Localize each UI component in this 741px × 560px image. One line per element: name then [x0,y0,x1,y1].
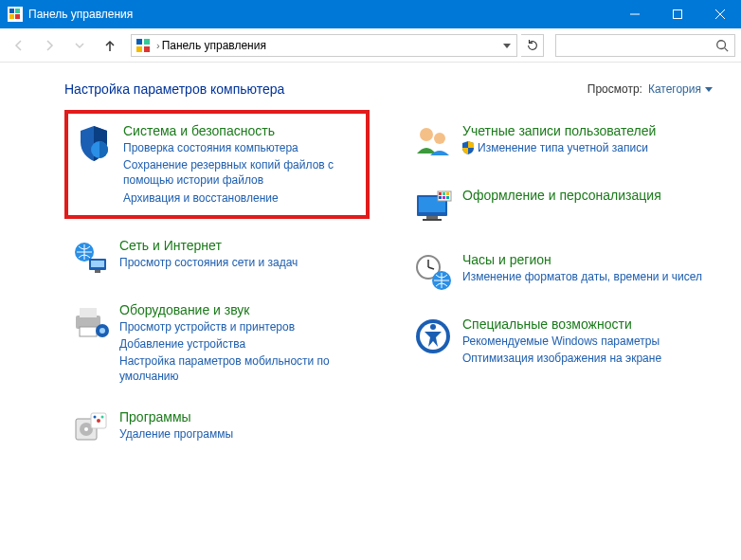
category-link[interactable]: Изменение форматов даты, времени и чисел [462,269,702,284]
svg-rect-21 [95,270,100,273]
window-title: Панель управления [28,8,613,21]
category-title[interactable]: Оформление и персонализация [462,188,661,203]
svg-rect-1 [15,9,20,13]
uac-shield-icon [462,141,474,154]
category-link[interactable]: Оптимизация изображения на экране [462,351,661,366]
up-button[interactable] [97,32,123,59]
svg-point-31 [97,419,100,423]
globe-network-icon [70,238,110,278]
app-icon [8,7,23,22]
shield-icon [74,123,114,163]
svg-line-15 [725,47,729,51]
category-link[interactable]: Изменение типа учетной записи [462,140,656,155]
programs-icon [70,409,110,449]
addressbar-icon [132,38,154,53]
svg-point-14 [717,40,726,48]
close-button[interactable] [698,0,741,28]
category-system-security: Система и безопасность Проверка состояни… [64,110,370,219]
svg-rect-12 [144,46,150,52]
svg-rect-5 [673,10,681,19]
view-dropdown[interactable]: Категория [648,82,713,96]
category-title[interactable]: Учетные записи пользователей [462,123,656,138]
recent-dropdown[interactable] [66,32,93,59]
view-by: Просмотр: Категория [587,82,713,96]
svg-point-26 [99,328,105,334]
category-hardware-sound: Оборудование и звук Просмотр устройств и… [64,297,370,390]
category-link[interactable]: Просмотр состояния сети и задач [119,255,298,270]
category-appearance-personalization: Оформление и персонализация [407,182,713,233]
svg-rect-42 [443,192,445,195]
category-title[interactable]: Специальные возможности [462,316,661,332]
navbar: › Панель управления [0,28,741,63]
svg-rect-24 [80,327,97,336]
category-link[interactable]: Настройка параметров мобильности по умол… [119,353,364,384]
svg-rect-10 [144,39,150,45]
addressbar[interactable]: › Панель управления [131,34,517,57]
clock-globe-icon [413,252,453,292]
addressbar-text: Панель управления [162,39,497,52]
svg-point-33 [94,415,97,418]
search-icon [715,39,729,52]
search-input[interactable] [555,34,735,57]
category-clock-region: Часы и регион Изменение форматов даты, в… [407,246,713,298]
svg-rect-2 [9,14,14,19]
chevron-right-icon: › [154,40,162,51]
category-link[interactable]: Рекомендуемые Windows параметры [462,334,661,349]
svg-marker-13 [503,44,511,48]
category-ease-of-access: Специальные возможности Рекомендуемые Wi… [407,311,713,371]
users-icon [413,123,453,163]
svg-rect-45 [443,196,445,199]
svg-rect-20 [91,261,104,267]
svg-point-32 [101,415,104,418]
addressbar-dropdown[interactable] [497,42,516,49]
category-column-right: Учетные записи пользователей Изменение т… [407,117,713,455]
svg-rect-44 [439,196,442,199]
svg-rect-3 [15,14,20,19]
category-network-internet: Сеть и Интернет Просмотр состояния сети … [64,232,370,283]
category-link-text: Изменение типа учетной записи [478,140,648,155]
accessibility-icon [413,316,453,356]
category-user-accounts: Учетные записи пользователей Изменение т… [407,117,713,169]
category-title[interactable]: Сеть и Интернет [119,238,298,253]
chevron-down-icon [705,85,713,93]
view-value: Категория [648,82,701,96]
back-button[interactable] [6,32,32,59]
titlebar: Панель управления [0,0,741,28]
forward-button[interactable] [36,32,63,59]
category-programs: Программы Удаление программы [64,404,370,455]
monitor-icon [413,188,453,227]
category-title[interactable]: Часы и регион [462,252,702,267]
printer-icon [70,302,110,342]
content: Настройка параметров компьютера Просмотр… [0,63,741,455]
svg-rect-0 [9,9,14,13]
svg-rect-38 [426,216,438,219]
category-title[interactable]: Оборудование и звук [119,302,364,317]
svg-marker-16 [705,87,713,92]
category-link[interactable]: Проверка состояния компьютера [123,140,360,155]
category-column-left: Система и безопасность Проверка состояни… [64,117,370,455]
category-link[interactable]: Архивация и восстановление [123,190,360,206]
svg-point-53 [430,324,436,330]
category-link[interactable]: Сохранение резервных копий файлов с помо… [123,157,360,188]
category-title[interactable]: Программы [119,409,233,425]
page-title: Настройка параметров компьютера [64,81,587,97]
svg-point-29 [84,427,88,431]
svg-rect-11 [136,46,142,52]
svg-rect-41 [439,192,442,195]
view-label: Просмотр: [587,82,642,96]
category-link[interactable]: Удаление программы [119,426,233,442]
svg-rect-46 [446,196,449,199]
svg-rect-9 [136,39,142,45]
minimize-button[interactable] [613,0,656,28]
svg-rect-39 [423,219,442,221]
svg-rect-43 [446,192,449,195]
maximize-button[interactable] [656,0,698,28]
svg-rect-23 [80,308,97,317]
category-link[interactable]: Добавление устройства [119,336,364,352]
svg-point-35 [434,133,445,144]
category-title[interactable]: Система и безопасность [123,123,360,138]
category-link[interactable]: Просмотр устройств и принтеров [119,319,364,334]
svg-point-34 [420,128,433,141]
refresh-button[interactable] [521,34,544,57]
